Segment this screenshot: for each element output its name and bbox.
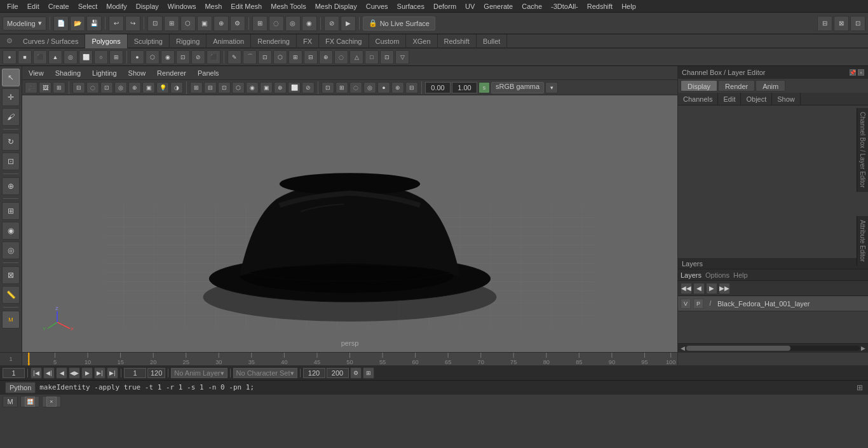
layers-tab-layers[interactable]: Layers (681, 271, 702, 279)
viewport-menu-show[interactable]: Show (126, 69, 149, 77)
cone-btn[interactable]: ▲ (48, 50, 62, 64)
rp-scrollbar[interactable]: ◀ ▶ (678, 343, 868, 352)
plane-btn[interactable]: ⬜ (79, 50, 93, 64)
ch-tab-edit[interactable]: Edit (718, 93, 741, 105)
marquee-btn[interactable]: ▣ (197, 16, 212, 31)
dock-window1[interactable]: 🪟 (20, 396, 39, 407)
vp-snap6[interactable]: ⊕ (391, 82, 404, 93)
vp-img-btn[interactable]: 🖼 (39, 82, 51, 93)
tab-xgen[interactable]: XGen (406, 34, 437, 48)
viewport-menu-view[interactable]: View (26, 69, 46, 77)
tab-polygons[interactable]: Polygons (85, 34, 127, 48)
vp-snap7[interactable]: ⊟ (405, 82, 418, 93)
select-tool-btn[interactable]: ⊡ (147, 16, 163, 31)
tab-rigging[interactable]: Rigging (170, 34, 207, 48)
triangulate-btn[interactable]: △ (349, 50, 363, 64)
menu-select[interactable]: Select (74, 0, 102, 13)
rp-scroll-left[interactable]: ◀ (681, 345, 685, 351)
viewport-menu-shading[interactable]: Shading (53, 69, 83, 77)
torus2-btn[interactable]: ⊘ (191, 50, 205, 64)
menu-mesh-tools[interactable]: Mesh Tools (266, 0, 310, 13)
menu-mesh-display[interactable]: Mesh Display (311, 0, 362, 13)
viewport-menu-panels[interactable]: Panels (195, 69, 222, 77)
combine-btn[interactable]: ⊞ (288, 50, 302, 64)
soft-select-btn[interactable]: ⊕ (2, 177, 20, 195)
layer-visibility-btn[interactable]: V (681, 299, 691, 309)
torus-btn[interactable]: ◎ (64, 50, 78, 64)
anim-options-btn[interactable]: ⊞ (363, 367, 374, 379)
vp-sel5[interactable]: ⬜ (288, 82, 301, 93)
anim-prev[interactable]: ◀ (56, 367, 67, 379)
snap-surface-btn[interactable]: ◉ (302, 16, 317, 31)
vp-sel2[interactable]: ◉ (246, 82, 259, 93)
cube-btn[interactable]: ■ (18, 50, 32, 64)
vp-res3[interactable]: ⊡ (218, 82, 231, 93)
tab-fx[interactable]: FX (297, 34, 319, 48)
tab-bullet[interactable]: Bullet (477, 34, 508, 48)
right-panel-pin[interactable]: 📌 (850, 69, 856, 76)
layers-tab-help[interactable]: Help (733, 271, 748, 279)
vp-snap3[interactable]: ◌ (349, 82, 362, 93)
smooth-btn[interactable]: ◌ (334, 50, 348, 64)
vp-isolate-btn[interactable]: ◎ (114, 82, 127, 93)
anim-next[interactable]: ▶| (94, 367, 105, 379)
menu-create[interactable]: Create (44, 0, 74, 13)
tab-redshift[interactable]: Redshift (438, 34, 477, 48)
vp-res2[interactable]: ⊟ (204, 82, 217, 93)
rp-scroll-track[interactable] (686, 346, 860, 351)
menu-redshift[interactable]: Redshift (583, 0, 617, 13)
tab-rendering[interactable]: Rendering (251, 34, 297, 48)
sphere-btn[interactable]: ● (3, 50, 17, 64)
menu-deform[interactable]: Deform (429, 0, 461, 13)
rp-tab-anim[interactable]: Anim (756, 80, 785, 92)
lasso-tool-btn[interactable]: ⊞ (164, 16, 179, 31)
ch-tab-object[interactable]: Object (741, 93, 772, 105)
quad-btn[interactable]: □ (365, 50, 379, 64)
transform-btn[interactable]: ⊕ (214, 16, 229, 31)
layers-add-btn[interactable]: ◀ (693, 283, 705, 294)
reduce-btn[interactable]: ▽ (395, 50, 409, 64)
menu-generate[interactable]: Generate (479, 0, 517, 13)
vp-smooth-btn[interactable]: ◌ (86, 82, 99, 93)
redo-btn[interactable]: ↪ (125, 16, 140, 31)
cmd-copy-icon[interactable]: ⊞ (857, 383, 863, 392)
rotate-tool[interactable]: ↻ (2, 133, 20, 151)
rp-scroll-thumb[interactable] (686, 346, 790, 351)
anim-go-start[interactable]: |◀ (31, 367, 42, 379)
menu-edit[interactable]: Edit (23, 0, 44, 13)
anim-layer-dropdown[interactable]: No Anim Layer ▾ (171, 368, 227, 378)
char-set-dropdown[interactable]: No Character Set ▾ (233, 368, 297, 378)
layers-remove-btn[interactable]: ▶ (706, 283, 717, 294)
dock-maya-logo[interactable]: M (3, 396, 18, 407)
vp-grid-btn[interactable]: ⊞ (53, 82, 65, 93)
paint-tool[interactable]: 🖌 (2, 108, 20, 126)
pipe-btn[interactable]: ○ (94, 50, 108, 64)
vp-shadow-btn[interactable]: ◑ (170, 82, 183, 93)
scale-tool[interactable]: ⊡ (2, 153, 20, 170)
universal-manipulator[interactable]: ⊞ (2, 202, 20, 220)
measure-btn[interactable]: 📏 (2, 286, 20, 304)
tab-fx-caching[interactable]: FX Caching (319, 34, 369, 48)
poly-sphere-btn[interactable]: ◉ (161, 50, 175, 64)
menu-mesh[interactable]: Mesh (200, 0, 226, 13)
viewport[interactable]: View Shading Lighting Show Renderer Pane… (22, 66, 677, 352)
menu-modify[interactable]: Modify (102, 0, 131, 13)
anim-playback-end[interactable] (327, 368, 349, 378)
vp-light-btn[interactable]: 💡 (156, 82, 169, 93)
vp-value2-input[interactable] (452, 82, 477, 93)
ch-tab-show[interactable]: Show (772, 93, 801, 105)
layers-remove-right-btn[interactable]: ▶▶ (719, 283, 730, 294)
render-btn[interactable]: ▶ (341, 16, 356, 31)
tab-custom[interactable]: Custom (369, 34, 407, 48)
tool-settings-toggle[interactable]: ⊡ (850, 16, 865, 31)
snap-curve-btn[interactable]: ◌ (269, 16, 284, 31)
attribute-editor-side-tab[interactable]: Attribute Editor (857, 216, 868, 266)
select-tool[interactable]: ↖ (2, 69, 20, 86)
vp-x-ray-btn[interactable]: ⊕ (128, 82, 141, 93)
layers-add-left-btn[interactable]: ◀◀ (681, 283, 692, 294)
sphere2-btn[interactable]: ● (130, 50, 144, 64)
rp-scroll-right[interactable]: ▶ (861, 345, 865, 351)
cube2-btn[interactable]: ⬡ (146, 50, 159, 64)
tab-curves-surfaces[interactable]: Curves / Surfaces (17, 34, 85, 48)
undo-btn[interactable]: ↩ (109, 16, 124, 31)
